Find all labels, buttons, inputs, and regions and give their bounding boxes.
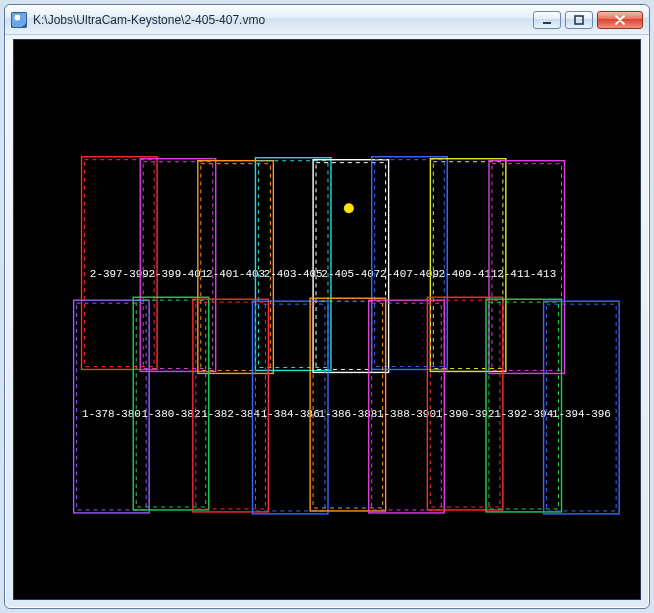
svg-rect-0	[543, 22, 551, 24]
frame-label: 2-401-403	[206, 268, 265, 280]
close-button[interactable]	[597, 11, 643, 29]
window-frame: K:\Jobs\UltraCam-Keystone\2-405-407.vmo …	[4, 4, 650, 609]
svg-rect-1	[575, 16, 583, 24]
frame-label: 2-403-405	[264, 268, 323, 280]
window-buttons	[533, 11, 643, 29]
title-bar[interactable]: K:\Jobs\UltraCam-Keystone\2-405-407.vmo	[5, 5, 649, 35]
frame-1-390-392	[427, 297, 503, 510]
frame-inner-2-401-403	[201, 164, 271, 371]
maximize-icon	[574, 15, 584, 25]
frame-label: 1-382-384	[201, 408, 260, 420]
frame-label: 1-378-380	[82, 408, 141, 420]
frame-2-403-405	[255, 158, 331, 371]
focus-dot-icon	[344, 203, 354, 213]
frame-2-405-407	[313, 160, 389, 373]
maximize-button[interactable]	[565, 11, 593, 29]
frame-label: 2-411-413	[497, 268, 556, 280]
viewport[interactable]: 2-397-3992-399-4012-401-4032-403-4052-40…	[13, 39, 641, 600]
close-icon	[614, 15, 626, 25]
frame-1-392-394	[486, 299, 562, 512]
window-title: K:\Jobs\UltraCam-Keystone\2-405-407.vmo	[33, 13, 527, 27]
app-icon	[11, 12, 27, 28]
minimize-button[interactable]	[533, 11, 561, 29]
frame-label: 1-394-396	[552, 408, 611, 420]
frame-1-382-384	[193, 299, 269, 512]
scene-svg: 2-397-3992-399-4012-401-4032-403-4052-40…	[14, 40, 640, 599]
minimize-icon	[542, 15, 552, 25]
frame-label: 1-380-382	[142, 408, 201, 420]
frame-2-411-413	[489, 161, 565, 374]
frame-label: 1-392-394	[494, 408, 553, 420]
frame-label: 2-399-401	[148, 268, 207, 280]
frame-label: 1-384-386	[261, 408, 320, 420]
frame-inner-1-378-380	[77, 303, 147, 510]
frame-2-399-401	[140, 159, 216, 372]
frame-1-378-380	[74, 300, 150, 513]
scene-stage: 2-397-3992-399-4012-401-4032-403-4052-40…	[14, 40, 640, 599]
